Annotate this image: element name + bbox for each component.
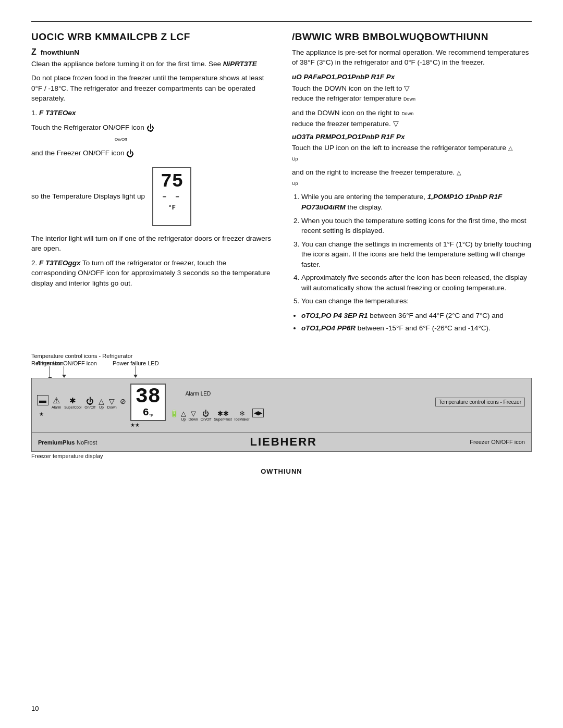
footer: owthiunN <box>31 467 532 475</box>
list-item-3: You can change the settings in increment… <box>301 239 532 270</box>
step1-text3: so the Temperature Displays light up <box>31 191 145 202</box>
arrow-line-2 <box>136 366 136 375</box>
sub1-text: Touch the DOWN icon on the left to ▽ red… <box>292 83 532 104</box>
brand-logo: LIEBHERR <box>250 435 317 449</box>
annot-alarm-icon: Alarm icon <box>36 360 64 380</box>
up-ctrl-label: Up <box>99 405 104 409</box>
sub1-text2: and the DOWN icon on the right to Down r… <box>292 108 532 129</box>
alarm-led-label: Alarm LED <box>186 391 211 397</box>
down-arrow-2: ▽ <box>393 119 399 128</box>
double-star: ★★ <box>130 422 166 428</box>
nofrost-label: NoFrost <box>77 439 97 446</box>
bullet-item-2: oTO1,PO4 PP6R between -15°F and 6°F (-26… <box>301 323 532 334</box>
temperature-display: 75 – – °F <box>152 167 191 226</box>
page-number: 10 <box>31 705 39 712</box>
ctrl-up-icon: △ Up <box>99 397 104 409</box>
premium-label: PremiumPlus <box>38 439 75 446</box>
freezer-temp-label: Temperature control icons - Freezer <box>439 399 521 405</box>
annot-power-led: Power failure LED <box>113 360 159 378</box>
ctrl-down-icon: ▽ Down <box>107 397 117 409</box>
step2-text: 2. F T3TEOggx To turn off the refrigerat… <box>31 258 271 289</box>
para2: Do not place frozen food in the freezer … <box>31 73 271 104</box>
list-item-5: You can change the temperatures: <box>301 296 532 306</box>
right-column: /BWWIC WRB BMBOLWUQBowthiunN The applian… <box>292 31 532 337</box>
list-item-2: When you touch the temperature setting i… <box>301 216 532 236</box>
up-arrow-1: △ <box>508 145 512 151</box>
right-icons-row: 🔋 △ Up ▽ Down ⏻ On/Off <box>170 409 264 421</box>
control-panel-section: Temperature control icons - Refrigerator… <box>31 353 532 459</box>
display-deg: °F <box>149 413 153 418</box>
subsection-title: fnowthiunN <box>41 48 79 56</box>
arrow-line-1 <box>64 366 64 375</box>
ctrl-rect-icon: ▬ <box>37 395 48 409</box>
control-panel: ▬ ⚠ Alarm ✱ SuperCool ⏻ On/Off <box>31 378 532 433</box>
premium-plus-area: PremiumPlus NoFrost <box>38 438 97 446</box>
sub2-title: uO3Ta PRMPO1,PO1PnbP R1F Px <box>292 133 532 141</box>
ctrl-supercool-icon: ✱ SuperCool <box>64 396 81 409</box>
up-word-1: Up <box>292 156 298 162</box>
step2: 2. F T3TEOggx To turn off the refrigerat… <box>31 258 271 289</box>
interior-light-text: The interior light will turn on if one o… <box>31 233 271 254</box>
main-display-wrapper: 38 6 °F ★★ <box>130 384 166 428</box>
freezer-callout-box: Temperature control icons - Freezer <box>435 398 525 406</box>
step2-bold: F T3TEOggx <box>39 259 81 267</box>
star-single: ★ <box>39 411 44 417</box>
up-arrow-2: △ <box>457 169 461 176</box>
right-intro: The appliance is pre-set for normal oper… <box>292 47 532 68</box>
freezer-onoff-icon: ⏻ <box>126 149 134 158</box>
step1: 1. F T3TEOex Touch the Refrigerator ON/O… <box>31 108 271 229</box>
onoff-icon: ⏻ <box>146 124 154 132</box>
right-list: While you are entering the temperature, … <box>301 192 532 306</box>
subsection-letter: Z <box>31 47 36 57</box>
power-led-label: Power failure LED <box>113 360 159 366</box>
onoff-label: On/Off <box>115 137 127 142</box>
down-arrow-1: ▽ <box>404 84 410 92</box>
bullet-item-1: oTO1,PO P4 3EP R1 between 36°F and 44°F … <box>301 311 532 321</box>
sub1-title: uO PAFaPO1,PO1PnbP R1F Px <box>292 73 532 81</box>
up-word-2: Up <box>292 181 298 186</box>
ctrl-power-fail-icon: ⊘ <box>120 397 126 409</box>
right-section-title: /BWWIC WRB BMBOLWUQBowthiunN <box>292 31 532 43</box>
temp-control-refrig-label: Temperature control icons - Refrigerator <box>31 353 532 359</box>
main-display: 38 6 °F <box>130 384 166 421</box>
ctrl-alarm-icon: ⚠ Alarm <box>52 396 61 409</box>
display-main: 38 <box>136 387 161 408</box>
left-icons-row: ▬ ⚠ Alarm ✱ SuperCool ⏻ On/Off <box>37 395 126 409</box>
alarm-led-area: Alarm LED <box>186 391 211 397</box>
ctrl-freezer-up-icon: △ Up <box>181 410 186 421</box>
top-rule <box>31 21 532 22</box>
onoff-ctrl-label: On/Off <box>84 405 95 409</box>
ctrl-battery-icon: 🔋 <box>170 410 178 421</box>
display-deg: °F <box>168 204 176 212</box>
right-panel-area: Alarm LED Temperature control icons - Fr… <box>170 391 525 421</box>
ctrl-icemaker-icon: ❄ IceMaker <box>235 410 250 421</box>
display-dash: – – <box>161 192 183 201</box>
annotations-row: Temperature control icons - Refrigerator… <box>31 353 532 378</box>
step1-text2: and the Freezer ON/OFF icon ⏻ <box>31 148 271 159</box>
freezer-onoff-label-bottom: Freezer ON/OFF icon <box>470 439 525 445</box>
display-section: so the Temperature Displays light up 75 … <box>31 164 271 229</box>
left-section-title: UOCIC WRB KMMAILCPB Z LCF <box>31 31 271 43</box>
ctrl-superfrost-icon: ✱✱ SuperFrost <box>214 410 232 421</box>
left-column: UOCIC WRB KMMAILCPB Z LCF Z fnowthiunN C… <box>31 31 271 292</box>
down-ctrl-label: Down <box>107 405 117 409</box>
annotation-labels-row: Refrigerator ON/OFF icon Power failure L… <box>31 360 532 378</box>
step1-heading: 1. F T3TEOex <box>31 108 271 118</box>
display-number: 75 <box>161 171 183 192</box>
footer-title: owthiunN <box>261 467 302 475</box>
display-sub: 6 <box>143 408 149 418</box>
sub2-text2: and on the right to increase the freezer… <box>292 167 532 188</box>
display-sub-row: 6 °F <box>143 408 153 418</box>
ctrl-freezer-onoff-icon: ⏻ On/Off <box>201 410 212 421</box>
alarm-icon-label: Alarm icon <box>36 360 64 366</box>
main-content: UOCIC WRB KMMAILCPB Z LCF Z fnowthiunN C… <box>31 31 532 337</box>
para1: Clean the appliance before turning it on… <box>31 59 271 69</box>
star-notes: ★ <box>39 411 126 417</box>
sub2-text: Touch the UP icon on the left to increas… <box>292 143 532 163</box>
left-icons-group: ▬ ⚠ Alarm ✱ SuperCool ⏻ On/Off <box>37 395 126 417</box>
ctrl-onoff-icon: ⏻ On/Off <box>84 397 95 409</box>
down-word-1: Down <box>403 96 415 102</box>
step1-title: F T3TEOex <box>39 109 76 117</box>
bullet-list: oTO1,PO P4 3EP R1 between 36°F and 44°F … <box>301 311 532 333</box>
list-item-1: While you are entering the temperature, … <box>301 192 532 212</box>
